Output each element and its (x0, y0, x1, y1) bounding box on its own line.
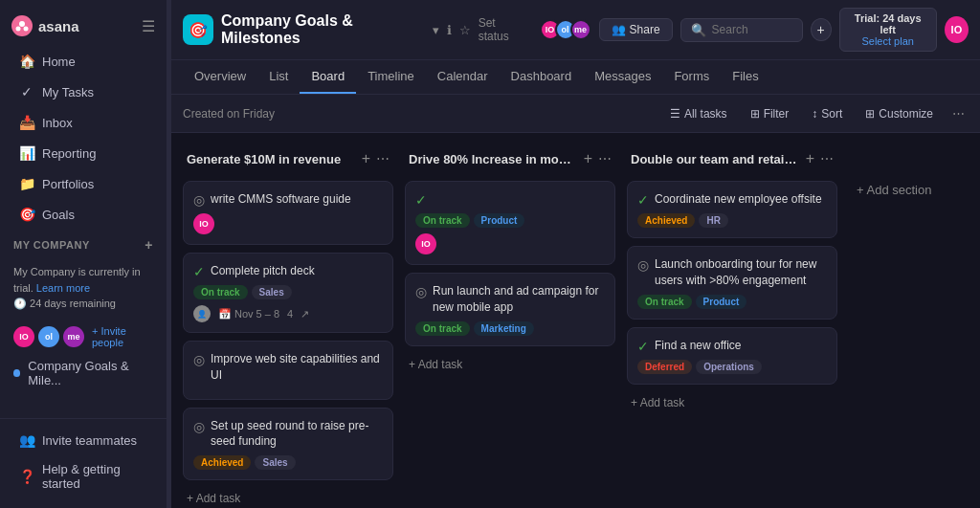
tab-overview[interactable]: Overview (183, 60, 257, 94)
add-section-button[interactable]: + Add section (849, 177, 939, 203)
sidebar-item-portfolios-label: Portfolios (42, 177, 94, 191)
new-item-button[interactable]: + (811, 18, 832, 41)
asana-logo-icon (11, 15, 33, 36)
info-icon[interactable]: ℹ (447, 23, 452, 37)
customize-button[interactable]: ⊞ Customize (858, 103, 941, 124)
add-company-icon[interactable]: + (145, 237, 153, 253)
tag-marketing: Marketing (474, 321, 534, 336)
tab-timeline[interactable]: Timeline (356, 60, 426, 94)
user-avatar[interactable]: IO (945, 16, 969, 43)
help-icon: ❓ (19, 469, 34, 484)
card-improve-website[interactable]: ◎ Improve web site capabilities and UI (183, 341, 393, 400)
search-input[interactable] (712, 23, 792, 36)
sidebar-item-inbox[interactable]: 📥 Inbox (6, 108, 161, 137)
column-dots-icon-2[interactable]: ⋯ (598, 151, 612, 166)
tag-achieved: Achieved (193, 455, 251, 470)
topbar-right: IO ol me 👥 Share 🔍 + Trial: 24 days left… (540, 8, 969, 52)
tag-ontrack: On track (415, 321, 470, 336)
card-avatar-meta: 👤 (193, 305, 211, 322)
check-done-icon: ✓ (637, 339, 649, 354)
filter-button[interactable]: ⊞ Filter (743, 103, 797, 124)
topbar: 🎯 Company Goals & Milestones ▾ ℹ ☆ Set s… (171, 0, 980, 60)
card-header: ✓ Find a new office (637, 338, 827, 354)
svg-point-1 (16, 27, 21, 32)
card-mobile-ontrack[interactable]: ✓ On track Product IO (405, 181, 615, 265)
board-toolbar: Created on Friday ☰ All tasks ⊞ Filter ↕… (171, 95, 980, 133)
sidebar-item-goals-label: Goals (42, 208, 75, 222)
share-button[interactable]: 👥 Share (599, 18, 673, 41)
tag-operations: Operations (696, 360, 762, 374)
tab-calendar[interactable]: Calendar (426, 60, 500, 94)
tab-messages[interactable]: Messages (583, 60, 662, 94)
chevron-down-icon[interactable]: ▾ (433, 23, 439, 37)
learn-more-link[interactable]: Learn more (36, 282, 90, 294)
sidebar-logo: asana ☰ (0, 10, 167, 46)
all-tasks-button[interactable]: ☰ All tasks (662, 103, 735, 124)
column-add-icon-3[interactable]: + (806, 150, 814, 167)
home-icon: 🏠 (19, 54, 34, 69)
column-dots-icon-3[interactable]: ⋯ (820, 151, 834, 166)
card-seed-round[interactable]: ◎ Set up seed round to raise pre-seed fu… (183, 408, 393, 481)
card-employee-offsite[interactable]: ✓ Coordinate new employee offsite Achiev… (627, 181, 837, 238)
reporting-icon: 📊 (19, 145, 34, 161)
tag-product: Product (696, 295, 747, 309)
sort-button[interactable]: ↕ Sort (804, 103, 850, 124)
avatar-group: IO ol me (540, 19, 591, 40)
tab-list[interactable]: List (257, 60, 300, 94)
svg-point-2 (24, 27, 29, 32)
sidebar-item-my-tasks-label: My Tasks (42, 85, 94, 99)
card-title: Set up seed round to raise pre-seed fund… (211, 418, 383, 451)
sidebar-item-help[interactable]: ❓ Help & getting started (6, 455, 161, 497)
more-options-icon[interactable]: ⋯ (948, 102, 969, 124)
tab-forms[interactable]: Forms (662, 60, 721, 94)
sidebar-item-my-tasks[interactable]: ✓ My Tasks (6, 77, 161, 106)
board-area: Generate $10M in revenue + ⋯ ◎ write CMM… (171, 133, 980, 508)
select-plan-link[interactable]: Select plan (850, 35, 926, 47)
card-complete-pitch[interactable]: ✓ Complete pitch deck On track Sales 👤 📅… (183, 253, 393, 333)
topbar-icons: ▾ ℹ ☆ Set status (433, 16, 524, 43)
tag-ontrack: On track (415, 213, 470, 228)
card-title: Launch onboarding tour for new users wit… (655, 256, 827, 289)
invite-people-link[interactable]: + Invite people (92, 325, 153, 348)
tab-board[interactable]: Board (300, 60, 356, 94)
add-task-button-1[interactable]: + Add task (183, 484, 393, 508)
project-icon: 🎯 (183, 14, 213, 45)
card-meta: 👤 📅 Nov 5 – 8 4 ↗ (193, 305, 383, 322)
column-add-icon-1[interactable]: + (362, 150, 370, 167)
sidebar-item-goals[interactable]: 🎯 Goals (6, 200, 161, 229)
set-status-label[interactable]: Set status (479, 16, 524, 43)
star-icon[interactable]: ☆ (459, 23, 471, 37)
card-header: ◎ Set up seed round to raise pre-seed fu… (193, 418, 383, 451)
card-write-cmms[interactable]: ◎ write CMMS software guide IO (183, 181, 393, 245)
tag-ontrack: On track (637, 295, 692, 309)
check-icon: ◎ (637, 257, 649, 273)
column-dots-icon-1[interactable]: ⋯ (376, 151, 390, 166)
check-icon: ◎ (193, 419, 205, 434)
sidebar-item-portfolios[interactable]: 📁 Portfolios (6, 169, 161, 198)
card-onboarding-tour[interactable]: ◎ Launch onboarding tour for new users w… (627, 246, 837, 320)
topbar-avatar-me: me (570, 19, 591, 40)
column-cards-2: ✓ On track Product IO ◎ Run launch and a… (405, 181, 615, 346)
add-task-button-2[interactable]: + Add task (405, 350, 615, 379)
column-title-2: Drive 80% Increase in mobile... (409, 152, 578, 166)
card-launch-ad-campaign[interactable]: ◎ Run launch and ad campaign for new mob… (405, 273, 615, 346)
column-cards-1: ◎ write CMMS software guide IO ✓ Complet… (183, 181, 393, 480)
search-box[interactable]: 🔍 (680, 18, 803, 42)
sidebar-collapse-icon[interactable]: ☰ (142, 17, 155, 35)
card-tags: Deferred Operations (637, 360, 827, 374)
avatar-me: me (63, 326, 84, 347)
card-header: ✓ (415, 191, 605, 208)
check-done-icon: ✓ (637, 192, 649, 208)
sidebar-item-home[interactable]: 🏠 Home (6, 47, 161, 76)
sidebar-item-invite-teammates[interactable]: 👥 Invite teammates (6, 426, 161, 454)
sidebar-project-company-goals[interactable]: Company Goals & Mile... (0, 354, 167, 392)
tab-dashboard[interactable]: Dashboard (500, 60, 584, 94)
card-find-office[interactable]: ✓ Find a new office Deferred Operations (627, 327, 837, 385)
card-title: Run launch and ad campaign for new mobil… (433, 283, 605, 316)
column-add-icon-2[interactable]: + (584, 150, 592, 167)
tab-files[interactable]: Files (721, 60, 769, 94)
check-icon: ◎ (193, 352, 205, 367)
sidebar-item-reporting[interactable]: 📊 Reporting (6, 139, 161, 167)
card-avatar: IO (193, 213, 214, 234)
add-task-button-3[interactable]: + Add task (627, 388, 837, 417)
